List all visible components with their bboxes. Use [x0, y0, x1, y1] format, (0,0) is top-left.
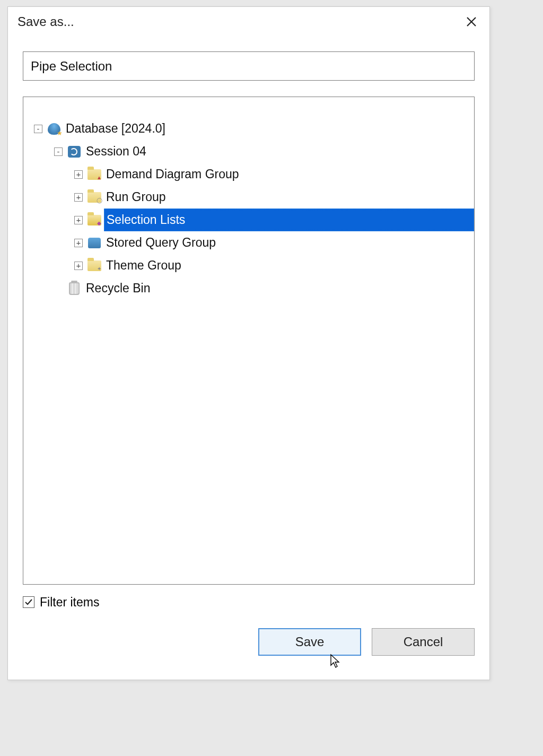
tree-node-run-group[interactable]: + ◯ Run Group — [23, 186, 474, 208]
folder-icon: ◯ — [87, 190, 102, 205]
tree-label: Stored Query Group — [104, 235, 218, 250]
tree-label: Theme Group — [104, 258, 183, 273]
dialog-title: Save as... — [17, 14, 463, 29]
cancel-button[interactable]: Cancel — [372, 628, 475, 656]
tree-label: Run Group — [104, 189, 168, 205]
save-button[interactable]: Save — [258, 628, 361, 656]
tree-node-stored-query-group[interactable]: + Stored Query Group — [23, 231, 474, 254]
tree-node-demand-diagram-group[interactable]: + ▲ Demand Diagram Group — [23, 163, 474, 186]
button-row: Save Cancel — [23, 628, 475, 656]
tree-node-session[interactable]: - Session 04 — [23, 140, 474, 163]
footer: Filter items — [23, 591, 475, 613]
expand-toggle[interactable]: + — [74, 216, 83, 224]
save-as-dialog: Save as... - Database [2024.0] - Session… — [7, 6, 490, 680]
database-icon — [47, 121, 62, 136]
folder-icon: ✦ — [87, 258, 102, 273]
tree-label: Database [2024.0] — [64, 121, 168, 136]
tree-node-selection-lists[interactable]: + ◆ Selection Lists — [23, 208, 474, 231]
tree-node-database[interactable]: - Database [2024.0] — [23, 117, 474, 140]
filter-items-checkbox[interactable] — [23, 596, 34, 608]
close-button[interactable] — [463, 13, 480, 30]
tree-label: Recycle Bin — [84, 281, 152, 296]
folder-icon: ◆ — [87, 213, 102, 228]
expand-toggle[interactable]: + — [74, 193, 83, 202]
check-icon — [24, 598, 33, 606]
expand-toggle[interactable]: + — [74, 262, 83, 270]
filter-items-label: Filter items — [40, 595, 99, 610]
stored-query-icon — [87, 236, 102, 250]
folder-icon: ▲ — [87, 167, 102, 182]
tree-node-theme-group[interactable]: + ✦ Theme Group — [23, 254, 474, 277]
titlebar: Save as... — [8, 7, 489, 37]
close-icon — [466, 16, 477, 28]
save-name-input[interactable] — [23, 51, 475, 81]
tree-label: Session 04 — [84, 144, 148, 159]
tree-label: Demand Diagram Group — [104, 167, 241, 182]
tree-node-recycle-bin[interactable]: Recycle Bin — [23, 277, 474, 300]
session-icon — [67, 144, 82, 159]
expand-toggle[interactable]: + — [74, 170, 83, 179]
tree-panel[interactable]: - Database [2024.0] - Session 04 + ▲ Dem… — [23, 97, 475, 585]
recycle-bin-icon — [67, 281, 82, 296]
tree-label: Selection Lists — [104, 208, 474, 231]
expand-toggle[interactable]: + — [74, 239, 83, 247]
expand-toggle[interactable]: - — [54, 147, 63, 156]
expand-toggle[interactable]: - — [34, 125, 42, 133]
